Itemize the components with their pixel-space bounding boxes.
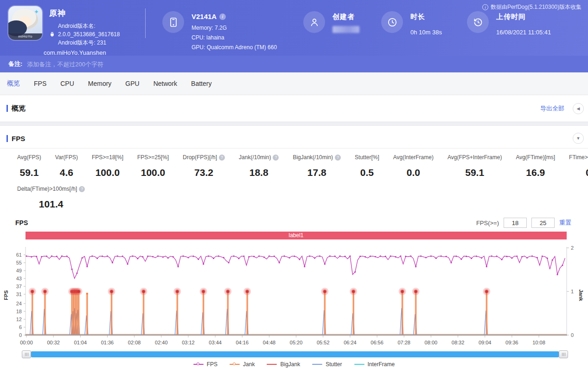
tab-CPU[interactable]: CPU [60, 80, 74, 87]
export-all-link[interactable]: 导出全部 [540, 104, 564, 113]
remark-bar: 备注: [0, 56, 588, 72]
svg-text:Jank: Jank [578, 289, 584, 301]
fps-chart[interactable]: 06121824313743495561012FPSJank00:0000:32… [0, 239, 588, 347]
stat-value: 100.0 [137, 167, 169, 178]
android-version: 2.0.0_3513686_3617618 [58, 31, 120, 38]
device-model-row: V2141A i [192, 11, 277, 20]
stat-label: Avg(FPS+InterFrame) [447, 154, 502, 161]
creator-block: 创建者 [303, 11, 359, 33]
history-clock-icon [467, 11, 489, 33]
stat-value: 59.1 [447, 167, 502, 178]
stat-FTime>=100ms[%]: FTime>=100ms[%]0.1 [562, 154, 588, 178]
android-version-block: Android版本名: 2.0.0_3513686_3617618 Androi… [58, 22, 120, 47]
stat-Stutter[%]: Stutter[%]0.5 [348, 154, 386, 178]
stat-BigJank(/10min): BigJank(/10min)?17.8 [286, 154, 348, 178]
svg-text:00:00: 00:00 [20, 340, 33, 345]
svg-text:61: 61 [16, 252, 22, 258]
help-icon[interactable]: ? [273, 155, 279, 161]
svg-text:06:24: 06:24 [344, 340, 357, 345]
tab-bar: 概览FPSCPUMemoryGPUNetworkBattery [0, 72, 588, 95]
legend-swatch [230, 362, 240, 366]
device-info-icon[interactable]: i [219, 13, 226, 20]
stat-value: 18.8 [239, 167, 279, 178]
legend-FPS[interactable]: FPS [193, 361, 217, 368]
scrollbar-handle-right[interactable] [559, 350, 568, 358]
stat-label: FPS>=25[%] [137, 154, 169, 161]
stat-Jank(/10min): Jank(/10min)?18.8 [232, 154, 286, 178]
svg-text:06:56: 06:56 [371, 340, 383, 345]
chart-legend: FPSJankBigJankStutterInterFrame [0, 361, 588, 368]
overview-header-row: 概览 导出全部 ◀ [0, 95, 588, 122]
tab-概览[interactable]: 概览 [7, 79, 20, 88]
sparkle-icon: ✦ [34, 8, 39, 15]
stat-value: 0.0 [393, 167, 434, 178]
svg-text:03:12: 03:12 [182, 340, 195, 345]
collapse-section-button[interactable]: ▼ [573, 133, 584, 144]
help-icon[interactable]: ? [219, 155, 225, 161]
stat-Avg(FTime)[ms]: Avg(FTime)[ms]16.9 [509, 154, 562, 178]
svg-text:31: 31 [16, 291, 22, 297]
fps-header-row: FPS ▼ [0, 126, 588, 148]
stat-Avg(FPS): Avg(FPS)59.1 [10, 154, 48, 178]
stat-label: Avg(InterFrame) [393, 154, 434, 161]
game-title: 原神 [49, 8, 120, 19]
help-icon[interactable]: ? [335, 155, 341, 161]
svg-text:09:36: 09:36 [505, 340, 518, 345]
legend-label: BigJank [280, 361, 300, 368]
remark-input[interactable] [27, 61, 305, 68]
stat-label: Delta(FTime)>100ms[/h]? [17, 186, 85, 192]
scrollbar-handle-left[interactable] [22, 350, 31, 358]
stat-FPS>=25[%]: FPS>=25[%]100.0 [130, 154, 176, 178]
svg-text:1: 1 [571, 289, 574, 294]
legend-label: InterFrame [368, 361, 395, 368]
stat-value: 101.4 [17, 199, 85, 210]
svg-text:18: 18 [16, 309, 22, 314]
stat-label: Avg(FTime)[ms] [516, 154, 555, 161]
svg-text:55: 55 [16, 260, 22, 265]
stat-value: 0.1 [569, 167, 588, 178]
tab-Battery[interactable]: Battery [191, 80, 211, 87]
legend-swatch [312, 362, 322, 366]
phone-icon [162, 11, 184, 33]
tab-Network[interactable]: Network [153, 80, 177, 87]
tab-FPS[interactable]: FPS [34, 80, 46, 87]
stat-label: FPS>=18[%] [92, 154, 123, 161]
svg-text:43: 43 [16, 276, 22, 281]
device-block: V2141A i Memory: 7.2G CPU: lahaina GPU: … [162, 11, 277, 52]
stat-Delta(FTime)>100ms[/h]: Delta(FTime)>100ms[/h]?101.4 [10, 186, 92, 210]
stat-label: BigJank(/10min)? [293, 154, 341, 161]
svg-text:01:04: 01:04 [74, 340, 87, 345]
legend-InterFrame[interactable]: InterFrame [354, 361, 395, 368]
fps-threshold-input-2[interactable] [531, 218, 555, 228]
svg-text:0: 0 [19, 332, 22, 338]
header-divider [145, 8, 146, 38]
legend-Jank[interactable]: Jank [230, 361, 255, 368]
legend-label: FPS [207, 361, 217, 368]
user-icon [303, 11, 325, 33]
svg-text:08:00: 08:00 [425, 340, 438, 345]
clock-icon [381, 11, 403, 33]
legend-BigJank[interactable]: BigJank [267, 361, 300, 368]
reset-link[interactable]: 重置 [559, 219, 571, 227]
legend-swatch [193, 362, 204, 366]
tab-Memory[interactable]: Memory [88, 80, 112, 87]
fps-threshold-input-1[interactable] [504, 218, 527, 228]
stat-value: 0.5 [355, 167, 379, 178]
collapse-left-button[interactable]: ◀ [573, 103, 584, 114]
fps-stats-row: Avg(FPS)59.1Var(FPS)4.6FPS>=18[%]100.0FP… [0, 149, 588, 178]
duration-block: 时长 0h 10m 38s [381, 11, 442, 37]
chart-title: FPS [15, 219, 28, 226]
svg-text:05:52: 05:52 [317, 340, 330, 345]
legend-Stutter[interactable]: Stutter [312, 361, 342, 368]
stat-Var(FPS): Var(FPS)4.6 [48, 154, 85, 178]
device-specs: Memory: 7.2G CPU: lahaina GPU: Qualcomm … [192, 23, 277, 52]
scrollbar-track[interactable] [31, 351, 559, 357]
fps-section-title: FPS [12, 135, 25, 142]
svg-text:08:32: 08:32 [452, 340, 465, 345]
help-icon[interactable]: ? [79, 186, 85, 192]
svg-text:12: 12 [16, 317, 22, 322]
creator-label: 创建者 [332, 11, 359, 21]
fps-threshold-label: FPS(>=) [476, 220, 499, 226]
tab-GPU[interactable]: GPU [125, 80, 139, 87]
svg-text:24: 24 [16, 301, 22, 306]
